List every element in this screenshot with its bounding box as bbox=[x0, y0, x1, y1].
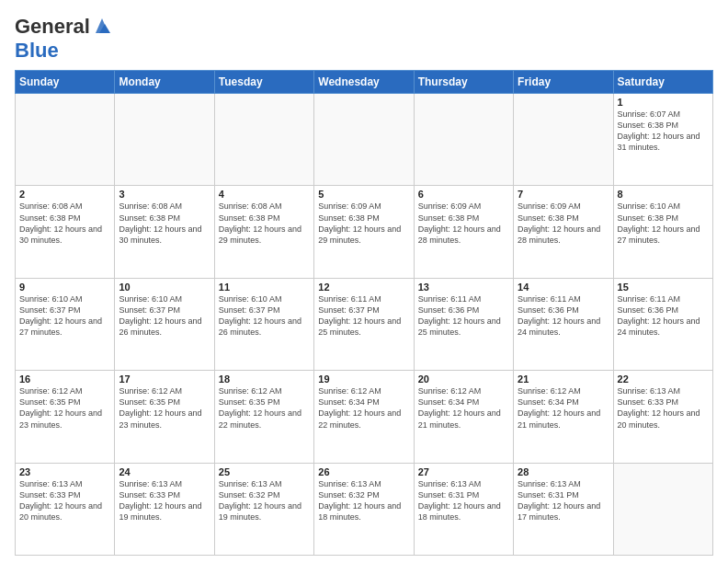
weekday-saturday: Saturday bbox=[613, 71, 712, 94]
day-cell: 2Sunrise: 6:08 AM Sunset: 6:38 PM Daylig… bbox=[16, 186, 115, 278]
day-number: 26 bbox=[318, 466, 409, 477]
day-number: 11 bbox=[219, 282, 310, 293]
day-info: Sunrise: 6:13 AM Sunset: 6:33 PM Dayligh… bbox=[19, 478, 110, 523]
day-info: Sunrise: 6:13 AM Sunset: 6:33 PM Dayligh… bbox=[119, 478, 210, 523]
day-cell bbox=[115, 94, 214, 186]
weekday-friday: Friday bbox=[514, 71, 613, 94]
day-number: 9 bbox=[19, 282, 110, 293]
day-cell: 9Sunrise: 6:10 AM Sunset: 6:37 PM Daylig… bbox=[16, 278, 115, 370]
header: General Blue bbox=[15, 15, 713, 63]
day-number: 21 bbox=[518, 373, 609, 385]
day-cell bbox=[214, 94, 313, 186]
day-cell: 20Sunrise: 6:12 AM Sunset: 6:34 PM Dayli… bbox=[414, 371, 513, 463]
day-cell: 23Sunrise: 6:13 AM Sunset: 6:33 PM Dayli… bbox=[16, 463, 115, 555]
day-cell bbox=[514, 94, 613, 186]
week-row-3: 9Sunrise: 6:10 AM Sunset: 6:37 PM Daylig… bbox=[16, 278, 713, 370]
week-row-1: 1Sunrise: 6:07 AM Sunset: 6:38 PM Daylig… bbox=[16, 94, 713, 186]
day-number: 5 bbox=[318, 189, 409, 200]
day-cell: 5Sunrise: 6:09 AM Sunset: 6:38 PM Daylig… bbox=[314, 186, 414, 278]
day-number: 12 bbox=[318, 282, 409, 293]
logo: General Blue bbox=[15, 15, 112, 63]
day-number: 23 bbox=[19, 466, 110, 477]
day-info: Sunrise: 6:13 AM Sunset: 6:31 PM Dayligh… bbox=[418, 478, 509, 523]
day-number: 10 bbox=[119, 282, 210, 293]
day-number: 8 bbox=[618, 189, 709, 200]
day-cell: 25Sunrise: 6:13 AM Sunset: 6:32 PM Dayli… bbox=[214, 463, 313, 555]
weekday-thursday: Thursday bbox=[414, 71, 513, 94]
day-info: Sunrise: 6:08 AM Sunset: 6:38 PM Dayligh… bbox=[119, 201, 210, 246]
day-cell bbox=[16, 94, 115, 186]
day-info: Sunrise: 6:07 AM Sunset: 6:38 PM Dayligh… bbox=[618, 109, 709, 154]
weekday-sunday: Sunday bbox=[16, 71, 115, 94]
day-cell: 11Sunrise: 6:10 AM Sunset: 6:37 PM Dayli… bbox=[214, 278, 313, 370]
week-row-2: 2Sunrise: 6:08 AM Sunset: 6:38 PM Daylig… bbox=[16, 186, 713, 278]
day-cell: 15Sunrise: 6:11 AM Sunset: 6:36 PM Dayli… bbox=[613, 278, 712, 370]
day-info: Sunrise: 6:10 AM Sunset: 6:38 PM Dayligh… bbox=[618, 201, 709, 246]
day-info: Sunrise: 6:12 AM Sunset: 6:35 PM Dayligh… bbox=[119, 385, 210, 431]
day-info: Sunrise: 6:13 AM Sunset: 6:32 PM Dayligh… bbox=[219, 478, 310, 523]
day-number: 27 bbox=[418, 466, 509, 477]
day-info: Sunrise: 6:09 AM Sunset: 6:38 PM Dayligh… bbox=[318, 201, 409, 246]
day-number: 20 bbox=[418, 373, 509, 385]
day-number: 6 bbox=[418, 189, 509, 200]
day-number: 15 bbox=[618, 282, 709, 293]
logo-general: General bbox=[15, 15, 90, 39]
day-cell: 28Sunrise: 6:13 AM Sunset: 6:31 PM Dayli… bbox=[514, 463, 613, 555]
day-info: Sunrise: 6:11 AM Sunset: 6:36 PM Dayligh… bbox=[618, 293, 709, 339]
day-info: Sunrise: 6:09 AM Sunset: 6:38 PM Dayligh… bbox=[418, 201, 509, 246]
day-cell: 3Sunrise: 6:08 AM Sunset: 6:38 PM Daylig… bbox=[115, 186, 214, 278]
day-cell: 21Sunrise: 6:12 AM Sunset: 6:34 PM Dayli… bbox=[514, 371, 613, 463]
day-number: 2 bbox=[19, 189, 110, 200]
day-info: Sunrise: 6:09 AM Sunset: 6:38 PM Dayligh… bbox=[518, 201, 609, 246]
day-cell: 8Sunrise: 6:10 AM Sunset: 6:38 PM Daylig… bbox=[613, 186, 712, 278]
day-cell: 26Sunrise: 6:13 AM Sunset: 6:32 PM Dayli… bbox=[314, 463, 414, 555]
logo-icon bbox=[92, 17, 112, 35]
day-cell: 27Sunrise: 6:13 AM Sunset: 6:31 PM Dayli… bbox=[414, 463, 513, 555]
day-cell: 7Sunrise: 6:09 AM Sunset: 6:38 PM Daylig… bbox=[514, 186, 613, 278]
day-number: 28 bbox=[518, 466, 609, 477]
day-cell: 13Sunrise: 6:11 AM Sunset: 6:36 PM Dayli… bbox=[414, 278, 513, 370]
weekday-monday: Monday bbox=[115, 71, 214, 94]
day-cell: 4Sunrise: 6:08 AM Sunset: 6:38 PM Daylig… bbox=[214, 186, 313, 278]
calendar-body: 1Sunrise: 6:07 AM Sunset: 6:38 PM Daylig… bbox=[16, 94, 713, 556]
day-number: 19 bbox=[318, 373, 409, 385]
day-info: Sunrise: 6:12 AM Sunset: 6:34 PM Dayligh… bbox=[518, 385, 609, 431]
day-info: Sunrise: 6:12 AM Sunset: 6:34 PM Dayligh… bbox=[318, 385, 409, 431]
page: General Blue SundayMondayTuesdayWednesda… bbox=[0, 0, 728, 563]
calendar-header: SundayMondayTuesdayWednesdayThursdayFrid… bbox=[16, 71, 713, 94]
day-number: 22 bbox=[618, 373, 709, 385]
weekday-tuesday: Tuesday bbox=[214, 71, 313, 94]
day-info: Sunrise: 6:12 AM Sunset: 6:34 PM Dayligh… bbox=[418, 385, 509, 431]
day-cell: 1Sunrise: 6:07 AM Sunset: 6:38 PM Daylig… bbox=[613, 94, 712, 186]
day-number: 24 bbox=[119, 466, 210, 477]
day-number: 3 bbox=[119, 189, 210, 200]
day-info: Sunrise: 6:13 AM Sunset: 6:31 PM Dayligh… bbox=[518, 478, 609, 523]
day-cell: 24Sunrise: 6:13 AM Sunset: 6:33 PM Dayli… bbox=[115, 463, 214, 555]
day-cell: 18Sunrise: 6:12 AM Sunset: 6:35 PM Dayli… bbox=[214, 371, 313, 463]
day-number: 1 bbox=[618, 97, 709, 108]
day-number: 16 bbox=[19, 373, 110, 385]
day-cell bbox=[414, 94, 513, 186]
day-info: Sunrise: 6:11 AM Sunset: 6:37 PM Dayligh… bbox=[318, 293, 409, 339]
day-number: 4 bbox=[219, 189, 310, 200]
day-cell: 6Sunrise: 6:09 AM Sunset: 6:38 PM Daylig… bbox=[414, 186, 513, 278]
week-row-5: 23Sunrise: 6:13 AM Sunset: 6:33 PM Dayli… bbox=[16, 463, 713, 555]
weekday-header-row: SundayMondayTuesdayWednesdayThursdayFrid… bbox=[16, 71, 713, 94]
day-info: Sunrise: 6:10 AM Sunset: 6:37 PM Dayligh… bbox=[19, 293, 110, 339]
day-info: Sunrise: 6:12 AM Sunset: 6:35 PM Dayligh… bbox=[219, 385, 310, 431]
day-info: Sunrise: 6:11 AM Sunset: 6:36 PM Dayligh… bbox=[518, 293, 609, 339]
day-info: Sunrise: 6:08 AM Sunset: 6:38 PM Dayligh… bbox=[219, 201, 310, 246]
day-number: 14 bbox=[518, 282, 609, 293]
day-info: Sunrise: 6:12 AM Sunset: 6:35 PM Dayligh… bbox=[19, 385, 110, 431]
day-info: Sunrise: 6:13 AM Sunset: 6:33 PM Dayligh… bbox=[618, 385, 709, 431]
day-info: Sunrise: 6:13 AM Sunset: 6:32 PM Dayligh… bbox=[318, 478, 409, 523]
day-number: 17 bbox=[119, 373, 210, 385]
day-cell: 19Sunrise: 6:12 AM Sunset: 6:34 PM Dayli… bbox=[314, 371, 414, 463]
day-number: 18 bbox=[219, 373, 310, 385]
day-number: 25 bbox=[219, 466, 310, 477]
day-info: Sunrise: 6:10 AM Sunset: 6:37 PM Dayligh… bbox=[219, 293, 310, 339]
day-number: 7 bbox=[518, 189, 609, 200]
week-row-4: 16Sunrise: 6:12 AM Sunset: 6:35 PM Dayli… bbox=[16, 371, 713, 463]
day-info: Sunrise: 6:11 AM Sunset: 6:36 PM Dayligh… bbox=[418, 293, 509, 339]
day-info: Sunrise: 6:10 AM Sunset: 6:37 PM Dayligh… bbox=[119, 293, 210, 339]
